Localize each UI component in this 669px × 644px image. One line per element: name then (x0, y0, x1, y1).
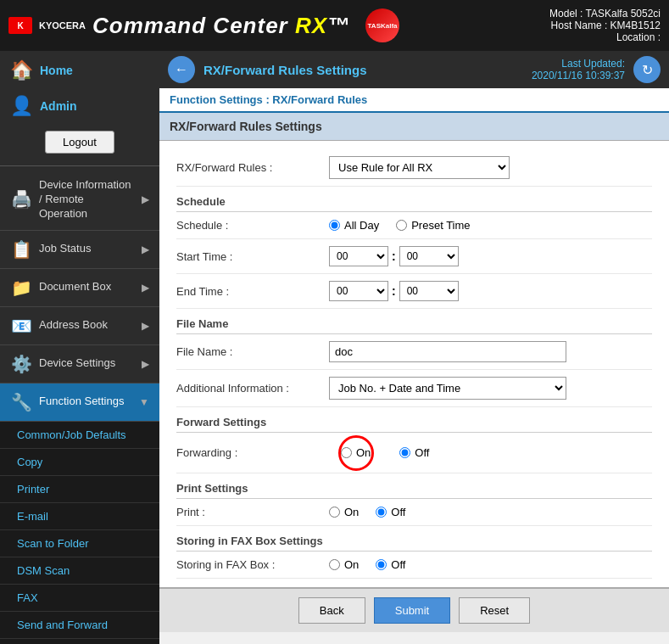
schedule-radio-group: All Day Preset Time (329, 219, 652, 232)
file-name-label: File Name : (176, 345, 329, 358)
reset-button[interactable]: Reset (459, 597, 530, 624)
app-title-suffix: ™ (327, 13, 350, 38)
submenu-fax[interactable]: FAX (0, 585, 159, 612)
sidebar-item-device-info-label: Device Information / Remote Operation (39, 178, 135, 221)
fax-box-label: Storing in FAX Box : (176, 558, 329, 571)
fax-box-off-item[interactable]: Off (376, 558, 405, 571)
rx-forward-rules-row: RX/Forward Rules : Use Rule for All RX U… (176, 149, 652, 187)
forwarding-on-radio[interactable] (341, 447, 352, 458)
function-settings-icon: 🔧 (10, 392, 32, 412)
fax-box-off-radio[interactable] (376, 559, 387, 570)
schedule-label: Schedule : (176, 219, 329, 232)
fax-box-on-radio[interactable] (329, 559, 340, 570)
submenu-copy[interactable]: Copy (0, 449, 159, 476)
sidebar-item-device-settings[interactable]: ⚙️ Device Settings ▶ (0, 345, 159, 384)
submenu-rx-forward-rules[interactable]: RX/Forward Rules (0, 639, 159, 644)
schedule-preset-time[interactable]: Preset Time (396, 219, 470, 232)
admin-section: 👤 Admin (0, 90, 159, 122)
submenu-printer[interactable]: Printer (0, 476, 159, 503)
address-book-icon: 📧 (10, 316, 32, 336)
rx-forward-rules-control: Use Rule for All RX Use Rule for Specifi… (329, 156, 652, 179)
forwarding-row: Forwarding : On Off (176, 433, 652, 473)
sidebar-item-job-status-label: Job Status (39, 242, 135, 256)
schedule-all-day-radio[interactable] (329, 220, 340, 231)
last-updated-label: Last Updated: (532, 58, 625, 70)
file-name-row: File Name : (176, 334, 652, 370)
device-info-icon: 🖨️ (10, 189, 32, 210)
start-min-select[interactable]: 00153045 (399, 246, 459, 266)
taskalfa-logo: TASKalfa (365, 8, 399, 42)
schedule-all-day-label: All Day (344, 219, 379, 232)
device-host: Host Name : KM4B1512 (549, 20, 661, 31)
print-on-radio[interactable] (329, 507, 340, 518)
sidebar-divider (0, 165, 159, 166)
device-location: Location : (549, 31, 661, 43)
end-time-control: 000102030405 060708091011 121314151617 1… (329, 281, 652, 301)
kyocera-icon: K (8, 17, 32, 34)
home-icon: 🏠 (10, 59, 33, 81)
sidebar-item-device-info[interactable]: 🖨️ Device Information / Remote Operation… (0, 170, 159, 231)
topbar-title: RX/Forward Rules Settings (203, 63, 523, 77)
rx-highlight: RX (295, 13, 327, 38)
additional-info-select[interactable]: Job No. + Date and Time Date and Time Jo… (329, 377, 566, 400)
sidebar-item-document-box[interactable]: 📁 Document Box ▶ (0, 269, 159, 307)
refresh-button[interactable]: ↻ (633, 56, 661, 83)
sidebar-item-address-book[interactable]: 📧 Address Book ▶ (0, 307, 159, 345)
print-row: Print : On Off (176, 499, 652, 526)
print-radio-group: On Off (329, 506, 652, 518)
page-section-title: RX/Forward Rules Settings (159, 113, 669, 141)
fax-box-control: On Off (329, 558, 652, 571)
file-name-input[interactable] (329, 341, 566, 362)
start-hour-select[interactable]: 000102030405 060708091011 121314151617 1… (329, 246, 388, 266)
taskalfa-badge: TASKalfa (365, 8, 399, 42)
device-info-arrow: ▶ (142, 193, 149, 205)
fax-box-radio-group: On Off (329, 558, 652, 571)
logout-button[interactable]: Logout (45, 131, 114, 154)
forwarding-radio-group: On Off (329, 440, 652, 466)
forwarding-off-radio[interactable] (399, 447, 410, 458)
fax-box-on-item[interactable]: On (329, 558, 359, 571)
back-button[interactable]: Back (298, 597, 365, 624)
print-control: On Off (329, 506, 652, 518)
print-off-item[interactable]: Off (376, 506, 405, 518)
fax-box-off-label: Off (391, 558, 405, 571)
home-link[interactable]: Home (40, 64, 73, 77)
file-name-control (329, 341, 652, 362)
device-info: Model : TASKalfa 5052ci Host Name : KM4B… (549, 8, 661, 43)
print-label: Print : (176, 506, 329, 518)
submenu-common-job-defaults[interactable]: Common/Job Defaults (0, 422, 159, 449)
submit-button[interactable]: Submit (374, 597, 450, 624)
end-hour-select[interactable]: 000102030405 060708091011 121314151617 1… (329, 281, 388, 301)
schedule-all-day[interactable]: All Day (329, 219, 379, 232)
sidebar: 🏠 Home 👤 Admin Logout 🖨️ Device Informat… (0, 51, 159, 644)
back-nav-button[interactable]: ← (168, 56, 195, 83)
forwarding-off-item[interactable]: Off (399, 446, 429, 459)
print-on-item[interactable]: On (329, 506, 359, 518)
start-time-label: Start Time : (176, 250, 329, 263)
sidebar-item-job-status[interactable]: 📋 Job Status ▶ (0, 231, 159, 269)
fax-box-section-label: Storing in FAX Box Settings (176, 526, 652, 552)
print-off-radio[interactable] (376, 507, 387, 518)
settings-body: RX/Forward Rules : Use Rule for All RX U… (159, 141, 669, 587)
forwarding-control: On Off (329, 440, 652, 466)
submenu-send-and-forward[interactable]: Send and Forward (0, 612, 159, 639)
submenu-email[interactable]: E-mail (0, 503, 159, 530)
end-min-select[interactable]: 00153045 (399, 281, 459, 301)
schedule-preset-radio[interactable] (396, 220, 407, 231)
kyocera-label: KYOCERA (39, 20, 86, 31)
submenu-scan-to-folder[interactable]: Scan to Folder (0, 530, 159, 557)
schedule-section-label: Schedule (176, 187, 652, 212)
start-time-inputs: 000102030405 060708091011 121314151617 1… (329, 246, 652, 266)
end-time-row: End Time : 000102030405 060708091011 121… (176, 274, 652, 309)
forwarding-on-item[interactable]: On (329, 440, 382, 466)
forwarding-label: Forwarding : (176, 446, 329, 459)
sidebar-item-function-settings-label: Function Settings (39, 395, 132, 409)
sidebar-item-function-settings[interactable]: 🔧 Function Settings ▼ (0, 384, 159, 422)
schedule-row: Schedule : All Day Preset Time (176, 212, 652, 239)
sidebar-item-address-book-label: Address Book (39, 318, 135, 333)
submenu-dsm-scan[interactable]: DSM Scan (0, 557, 159, 585)
device-settings-icon: ⚙️ (10, 354, 32, 374)
rx-forward-rules-select[interactable]: Use Rule for All RX Use Rule for Specifi… (329, 156, 510, 179)
main-content: ← RX/Forward Rules Settings Last Updated… (159, 51, 669, 644)
fax-box-row: Storing in FAX Box : On Off (176, 552, 652, 579)
